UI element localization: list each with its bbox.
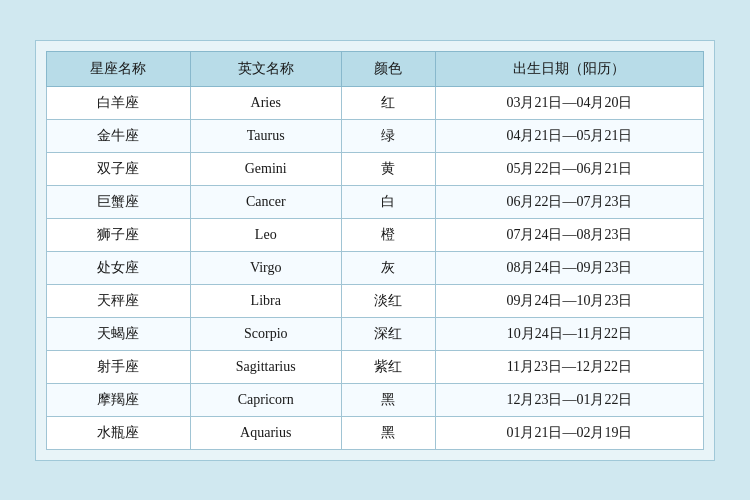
cell-color: 黑	[341, 383, 435, 416]
cell-dates: 08月24日—09月23日	[435, 251, 703, 284]
header-chinese-name: 星座名称	[47, 51, 191, 86]
cell-dates: 04月21日—05月21日	[435, 119, 703, 152]
cell-chinese: 双子座	[47, 152, 191, 185]
cell-english: Taurus	[190, 119, 341, 152]
cell-chinese: 天秤座	[47, 284, 191, 317]
cell-dates: 01月21日—02月19日	[435, 416, 703, 449]
cell-chinese: 狮子座	[47, 218, 191, 251]
cell-color: 白	[341, 185, 435, 218]
table-row: 巨蟹座Cancer白06月22日—07月23日	[47, 185, 704, 218]
cell-chinese: 巨蟹座	[47, 185, 191, 218]
cell-color: 橙	[341, 218, 435, 251]
cell-english: Aries	[190, 86, 341, 119]
cell-chinese: 射手座	[47, 350, 191, 383]
header-color: 颜色	[341, 51, 435, 86]
cell-english: Gemini	[190, 152, 341, 185]
cell-english: Cancer	[190, 185, 341, 218]
table-row: 处女座Virgo灰08月24日—09月23日	[47, 251, 704, 284]
cell-color: 灰	[341, 251, 435, 284]
cell-dates: 11月23日—12月22日	[435, 350, 703, 383]
cell-english: Virgo	[190, 251, 341, 284]
table-row: 白羊座Aries红03月21日—04月20日	[47, 86, 704, 119]
cell-dates: 03月21日—04月20日	[435, 86, 703, 119]
cell-english: Libra	[190, 284, 341, 317]
cell-color: 黑	[341, 416, 435, 449]
table-row: 狮子座Leo橙07月24日—08月23日	[47, 218, 704, 251]
table-row: 摩羯座Capricorn黑12月23日—01月22日	[47, 383, 704, 416]
cell-chinese: 天蝎座	[47, 317, 191, 350]
cell-english: Scorpio	[190, 317, 341, 350]
main-container: 星座名称 英文名称 颜色 出生日期（阳历） 白羊座Aries红03月21日—04…	[35, 40, 715, 461]
table-row: 双子座Gemini黄05月22日—06月21日	[47, 152, 704, 185]
cell-color: 深红	[341, 317, 435, 350]
zodiac-table: 星座名称 英文名称 颜色 出生日期（阳历） 白羊座Aries红03月21日—04…	[46, 51, 704, 450]
cell-english: Capricorn	[190, 383, 341, 416]
cell-color: 淡红	[341, 284, 435, 317]
cell-dates: 05月22日—06月21日	[435, 152, 703, 185]
table-row: 天秤座Libra淡红09月24日—10月23日	[47, 284, 704, 317]
header-english-name: 英文名称	[190, 51, 341, 86]
cell-dates: 06月22日—07月23日	[435, 185, 703, 218]
table-row: 射手座Sagittarius紫红11月23日—12月22日	[47, 350, 704, 383]
cell-color: 绿	[341, 119, 435, 152]
cell-english: Sagittarius	[190, 350, 341, 383]
table-row: 天蝎座Scorpio深红10月24日—11月22日	[47, 317, 704, 350]
table-row: 金牛座Taurus绿04月21日—05月21日	[47, 119, 704, 152]
cell-dates: 09月24日—10月23日	[435, 284, 703, 317]
cell-chinese: 白羊座	[47, 86, 191, 119]
cell-english: Aquarius	[190, 416, 341, 449]
cell-color: 黄	[341, 152, 435, 185]
cell-chinese: 处女座	[47, 251, 191, 284]
table-row: 水瓶座Aquarius黑01月21日—02月19日	[47, 416, 704, 449]
cell-english: Leo	[190, 218, 341, 251]
cell-dates: 12月23日—01月22日	[435, 383, 703, 416]
cell-color: 紫红	[341, 350, 435, 383]
header-dates: 出生日期（阳历）	[435, 51, 703, 86]
table-header-row: 星座名称 英文名称 颜色 出生日期（阳历）	[47, 51, 704, 86]
cell-dates: 07月24日—08月23日	[435, 218, 703, 251]
cell-color: 红	[341, 86, 435, 119]
cell-chinese: 金牛座	[47, 119, 191, 152]
cell-chinese: 水瓶座	[47, 416, 191, 449]
table-body: 白羊座Aries红03月21日—04月20日金牛座Taurus绿04月21日—0…	[47, 86, 704, 449]
cell-dates: 10月24日—11月22日	[435, 317, 703, 350]
cell-chinese: 摩羯座	[47, 383, 191, 416]
